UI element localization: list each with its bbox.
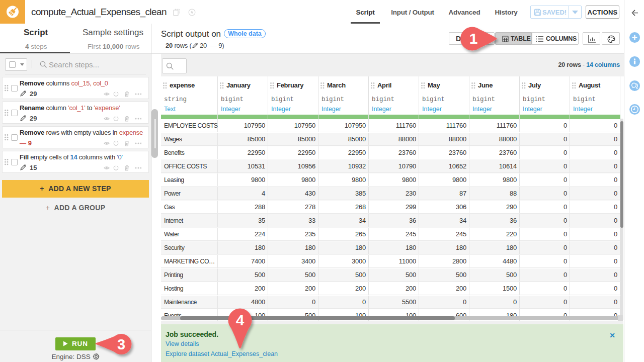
svg-text:4: 4 xyxy=(236,312,245,328)
svg-text:1: 1 xyxy=(469,30,478,47)
svg-text:3: 3 xyxy=(117,336,125,352)
